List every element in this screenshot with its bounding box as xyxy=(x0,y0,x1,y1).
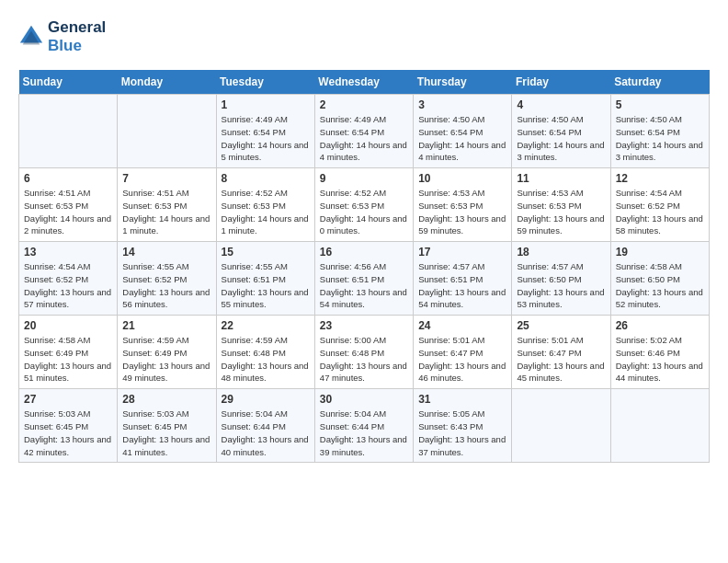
day-info: Sunrise: 5:01 AM Sunset: 6:47 PM Dayligh… xyxy=(517,334,605,385)
calendar-cell: 29Sunrise: 5:04 AM Sunset: 6:44 PM Dayli… xyxy=(216,389,314,463)
day-number: 20 xyxy=(24,319,112,332)
day-info: Sunrise: 4:50 AM Sunset: 6:54 PM Dayligh… xyxy=(517,113,605,164)
day-info: Sunrise: 4:57 AM Sunset: 6:51 PM Dayligh… xyxy=(418,260,506,311)
day-number: 17 xyxy=(418,246,506,259)
calendar-cell: 18Sunrise: 4:57 AM Sunset: 6:50 PM Dayli… xyxy=(512,242,610,316)
day-number: 23 xyxy=(320,319,408,332)
day-info: Sunrise: 5:03 AM Sunset: 6:45 PM Dayligh… xyxy=(24,408,112,458)
day-info: Sunrise: 4:53 AM Sunset: 6:53 PM Dayligh… xyxy=(517,187,605,237)
day-number: 30 xyxy=(320,393,408,406)
calendar-cell: 23Sunrise: 5:00 AM Sunset: 6:48 PM Dayli… xyxy=(314,316,413,389)
day-number: 1 xyxy=(222,98,310,111)
day-info: Sunrise: 4:51 AM Sunset: 6:53 PM Dayligh… xyxy=(24,187,112,237)
day-number: 6 xyxy=(24,172,112,185)
calendar-week-4: 20Sunrise: 4:58 AM Sunset: 6:49 PM Dayli… xyxy=(19,316,710,389)
day-number: 15 xyxy=(222,246,310,259)
calendar-cell: 17Sunrise: 4:57 AM Sunset: 6:51 PM Dayli… xyxy=(414,242,512,316)
calendar-cell xyxy=(118,95,216,168)
day-number: 4 xyxy=(517,98,605,111)
calendar-cell: 9Sunrise: 4:52 AM Sunset: 6:53 PM Daylig… xyxy=(314,168,413,242)
day-number: 24 xyxy=(418,319,506,332)
calendar-cell: 28Sunrise: 5:03 AM Sunset: 6:45 PM Dayli… xyxy=(118,389,216,463)
weekday-header-saturday: Saturday xyxy=(610,70,709,95)
calendar-cell: 15Sunrise: 4:55 AM Sunset: 6:51 PM Dayli… xyxy=(216,242,314,316)
day-info: Sunrise: 4:58 AM Sunset: 6:50 PM Dayligh… xyxy=(616,260,704,311)
day-number: 14 xyxy=(122,246,210,259)
day-number: 19 xyxy=(616,246,704,259)
calendar-cell: 24Sunrise: 5:01 AM Sunset: 6:47 PM Dayli… xyxy=(414,316,512,389)
calendar-cell: 2Sunrise: 4:49 AM Sunset: 6:54 PM Daylig… xyxy=(314,95,413,168)
day-number: 31 xyxy=(418,393,506,406)
day-info: Sunrise: 4:50 AM Sunset: 6:54 PM Dayligh… xyxy=(418,113,506,164)
weekday-header-thursday: Thursday xyxy=(414,70,512,95)
day-info: Sunrise: 4:55 AM Sunset: 6:51 PM Dayligh… xyxy=(222,260,310,311)
calendar-cell xyxy=(610,389,709,463)
day-number: 3 xyxy=(418,98,506,111)
day-number: 2 xyxy=(320,98,408,111)
calendar-cell: 21Sunrise: 4:59 AM Sunset: 6:49 PM Dayli… xyxy=(118,316,216,389)
day-number: 13 xyxy=(24,246,112,259)
day-number: 16 xyxy=(320,246,408,259)
logo: General Blue xyxy=(18,18,106,55)
calendar-cell: 5Sunrise: 4:50 AM Sunset: 6:54 PM Daylig… xyxy=(610,95,709,168)
weekday-header-sunday: Sunday xyxy=(19,70,118,95)
day-info: Sunrise: 5:01 AM Sunset: 6:47 PM Dayligh… xyxy=(418,334,506,385)
day-info: Sunrise: 4:52 AM Sunset: 6:53 PM Dayligh… xyxy=(320,187,408,237)
calendar-cell: 26Sunrise: 5:02 AM Sunset: 6:46 PM Dayli… xyxy=(610,316,709,389)
calendar-week-1: 1Sunrise: 4:49 AM Sunset: 6:54 PM Daylig… xyxy=(19,95,710,168)
page-header: General Blue xyxy=(18,18,710,55)
day-number: 11 xyxy=(517,172,605,185)
day-info: Sunrise: 4:54 AM Sunset: 6:52 PM Dayligh… xyxy=(24,260,112,311)
day-number: 25 xyxy=(517,319,605,332)
day-number: 9 xyxy=(320,172,408,185)
day-info: Sunrise: 4:59 AM Sunset: 6:49 PM Dayligh… xyxy=(122,334,210,385)
calendar-week-2: 6Sunrise: 4:51 AM Sunset: 6:53 PM Daylig… xyxy=(19,168,710,242)
calendar-cell: 16Sunrise: 4:56 AM Sunset: 6:51 PM Dayli… xyxy=(314,242,413,316)
logo-text: General Blue xyxy=(48,18,106,55)
day-number: 10 xyxy=(418,172,506,185)
calendar-week-5: 27Sunrise: 5:03 AM Sunset: 6:45 PM Dayli… xyxy=(19,389,710,463)
day-number: 22 xyxy=(222,319,310,332)
calendar-cell: 1Sunrise: 4:49 AM Sunset: 6:54 PM Daylig… xyxy=(216,95,314,168)
calendar-table: SundayMondayTuesdayWednesdayThursdayFrid… xyxy=(18,70,710,463)
day-number: 21 xyxy=(122,319,210,332)
calendar-cell: 14Sunrise: 4:55 AM Sunset: 6:52 PM Dayli… xyxy=(118,242,216,316)
calendar-cell: 6Sunrise: 4:51 AM Sunset: 6:53 PM Daylig… xyxy=(19,168,118,242)
calendar-cell: 25Sunrise: 5:01 AM Sunset: 6:47 PM Dayli… xyxy=(512,316,610,389)
weekday-header-wednesday: Wednesday xyxy=(314,70,413,95)
calendar-body: 1Sunrise: 4:49 AM Sunset: 6:54 PM Daylig… xyxy=(19,95,710,463)
day-info: Sunrise: 4:51 AM Sunset: 6:53 PM Dayligh… xyxy=(122,187,210,237)
day-number: 12 xyxy=(616,172,704,185)
day-info: Sunrise: 4:49 AM Sunset: 6:54 PM Dayligh… xyxy=(222,113,310,164)
calendar-cell: 31Sunrise: 5:05 AM Sunset: 6:43 PM Dayli… xyxy=(414,389,512,463)
calendar-cell: 19Sunrise: 4:58 AM Sunset: 6:50 PM Dayli… xyxy=(610,242,709,316)
calendar-cell: 22Sunrise: 4:59 AM Sunset: 6:48 PM Dayli… xyxy=(216,316,314,389)
calendar-week-3: 13Sunrise: 4:54 AM Sunset: 6:52 PM Dayli… xyxy=(19,242,710,316)
day-number: 29 xyxy=(222,393,310,406)
day-info: Sunrise: 4:58 AM Sunset: 6:49 PM Dayligh… xyxy=(24,334,112,385)
day-info: Sunrise: 4:56 AM Sunset: 6:51 PM Dayligh… xyxy=(320,260,408,311)
calendar-cell: 10Sunrise: 4:53 AM Sunset: 6:53 PM Dayli… xyxy=(414,168,512,242)
day-info: Sunrise: 4:52 AM Sunset: 6:53 PM Dayligh… xyxy=(222,187,310,237)
calendar-cell: 4Sunrise: 4:50 AM Sunset: 6:54 PM Daylig… xyxy=(512,95,610,168)
weekday-header-tuesday: Tuesday xyxy=(216,70,314,95)
weekday-header-monday: Monday xyxy=(118,70,216,95)
day-info: Sunrise: 5:04 AM Sunset: 6:44 PM Dayligh… xyxy=(320,408,408,458)
day-info: Sunrise: 5:04 AM Sunset: 6:44 PM Dayligh… xyxy=(222,408,310,458)
day-info: Sunrise: 4:55 AM Sunset: 6:52 PM Dayligh… xyxy=(122,260,210,311)
weekday-header-friday: Friday xyxy=(512,70,610,95)
day-number: 18 xyxy=(517,246,605,259)
calendar-cell xyxy=(19,95,118,168)
day-info: Sunrise: 5:02 AM Sunset: 6:46 PM Dayligh… xyxy=(616,334,704,385)
day-info: Sunrise: 4:59 AM Sunset: 6:48 PM Dayligh… xyxy=(222,334,310,385)
calendar-cell: 7Sunrise: 4:51 AM Sunset: 6:53 PM Daylig… xyxy=(118,168,216,242)
day-info: Sunrise: 4:50 AM Sunset: 6:54 PM Dayligh… xyxy=(616,113,704,164)
day-number: 8 xyxy=(222,172,310,185)
calendar-cell: 13Sunrise: 4:54 AM Sunset: 6:52 PM Dayli… xyxy=(19,242,118,316)
calendar-cell: 27Sunrise: 5:03 AM Sunset: 6:45 PM Dayli… xyxy=(19,389,118,463)
calendar-cell xyxy=(512,389,610,463)
day-info: Sunrise: 5:03 AM Sunset: 6:45 PM Dayligh… xyxy=(122,408,210,458)
day-info: Sunrise: 5:05 AM Sunset: 6:43 PM Dayligh… xyxy=(418,408,506,458)
weekday-header-row: SundayMondayTuesdayWednesdayThursdayFrid… xyxy=(19,70,710,95)
logo-icon xyxy=(18,24,44,50)
